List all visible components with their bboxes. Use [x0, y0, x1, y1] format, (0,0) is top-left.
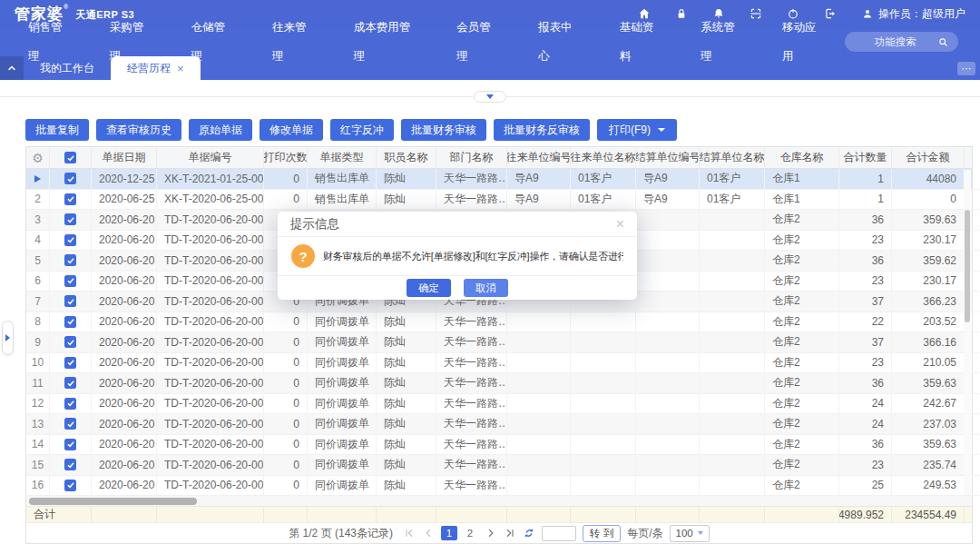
row-checkbox[interactable] — [64, 398, 76, 410]
nav-item-4[interactable]: 往来管理 — [253, 13, 335, 71]
toolbar-button-3[interactable]: 原始单据 — [189, 119, 252, 141]
row-checkbox[interactable] — [64, 254, 76, 266]
cell-settle_code: 导A9 — [636, 169, 700, 190]
vertical-scrollbar[interactable] — [964, 170, 971, 495]
cell-partner_name: 01客户 — [571, 190, 636, 211]
table-row[interactable]: 132020-06-20TD-T-2020-06-20-00080同价调拨单陈灿… — [26, 414, 972, 435]
tab-2[interactable]: 经营历程× — [111, 56, 201, 80]
refresh-icon[interactable] — [523, 527, 535, 539]
nav-item-10[interactable]: 移动应用 — [763, 13, 845, 71]
cell-type: 销售出库单 — [308, 190, 377, 211]
table-row[interactable]: 92020-06-20TD-T-2020-06-20-00120同价调拨单陈灿天… — [26, 332, 972, 353]
operator-menu[interactable]: 操作员：超级用户 — [859, 6, 965, 22]
toolbar-button-6[interactable]: 批量财务审核 — [401, 119, 486, 141]
confirm-button[interactable]: 确定 — [407, 279, 451, 297]
cancel-button[interactable]: 取消 — [464, 279, 508, 297]
goto-page-input[interactable] — [542, 526, 576, 541]
cell-partner_code — [507, 312, 571, 333]
print-button[interactable]: 打印(F9) — [597, 119, 677, 141]
table-row[interactable]: 162020-06-20TD-T-2020-06-20-00020同价调拨单陈灿… — [26, 476, 972, 497]
row-checkbox[interactable] — [64, 213, 76, 225]
cell-num: 13 — [26, 414, 50, 435]
page-button-2[interactable]: 2 — [462, 526, 478, 540]
cell-settle_code — [636, 435, 700, 456]
column-header-partner_name: 往来单位名称 — [571, 147, 636, 168]
row-checkbox[interactable] — [64, 357, 76, 369]
registered-mark: ® — [64, 4, 69, 10]
table-row[interactable]: 82020-06-20TD-T-2020-06-20-00130同价调拨单陈灿天… — [26, 312, 972, 333]
cell-settle_name — [700, 353, 765, 374]
select-all-checkbox[interactable] — [64, 152, 76, 163]
tab-overflow-button[interactable]: ⋯ — [957, 62, 975, 75]
side-flyout-handle[interactable] — [2, 321, 14, 355]
vertical-scrollbar-thumb[interactable] — [965, 210, 970, 322]
total-settle_code — [636, 507, 700, 522]
cell-num: 7 — [26, 292, 50, 312]
row-checkbox[interactable] — [64, 234, 76, 246]
table-row[interactable]: 2020-12-25XK-T-2021-01-25-00010销售出库单陈灿天华… — [26, 169, 972, 190]
function-search[interactable] — [845, 32, 958, 52]
collapse-tabs-button[interactable] — [0, 56, 24, 80]
goto-page-button[interactable]: 转 到 — [583, 525, 621, 542]
tab-close-icon[interactable]: × — [177, 63, 184, 74]
cell-settle_name — [700, 272, 765, 292]
nav-item-5[interactable]: 成本费用管理 — [335, 13, 438, 71]
table-row[interactable]: 142020-06-20TD-T-2020-06-20-00070同价调拨单陈灿… — [26, 435, 972, 456]
row-checkbox[interactable] — [64, 480, 76, 491]
first-page-icon[interactable] — [403, 527, 416, 539]
last-page-icon[interactable] — [504, 527, 516, 539]
cell-num: 12 — [26, 394, 50, 415]
cell-num: 10 — [26, 353, 50, 374]
row-checkbox[interactable] — [64, 275, 76, 287]
row-checkbox[interactable] — [64, 459, 76, 470]
search-icon[interactable] — [937, 36, 949, 48]
row-checkbox[interactable] — [64, 173, 76, 184]
prev-page-icon[interactable] — [422, 527, 435, 539]
dialog-footer: 确定 取消 — [278, 275, 637, 300]
cell-date: 2020-06-20 — [92, 231, 157, 252]
cell-type: 同价调拨单 — [308, 435, 377, 456]
horizontal-scrollbar-thumb[interactable] — [29, 498, 197, 505]
next-page-icon[interactable] — [485, 527, 497, 539]
cell-code: TD-T-2020-06-20-0011 — [157, 353, 264, 374]
collapse-panel-button[interactable] — [474, 91, 506, 103]
gear-icon[interactable]: ⚙ — [32, 151, 44, 165]
cell-settle_name: 01客户 — [700, 169, 765, 190]
row-checkbox[interactable] — [64, 418, 76, 430]
cell-date: 2020-06-20 — [92, 373, 157, 394]
row-checkbox[interactable] — [64, 439, 76, 450]
nav-item-7[interactable]: 报表中心 — [519, 13, 601, 71]
toolbar-button-7[interactable]: 批量财务反审核 — [494, 119, 590, 141]
table-row[interactable]: 122020-06-20TD-T-2020-06-20-00090同价调拨单陈灿… — [26, 394, 972, 415]
cell-date: 2020-06-20 — [92, 353, 157, 374]
page-button-1[interactable]: 1 — [441, 526, 457, 540]
row-checkbox[interactable] — [64, 336, 76, 348]
row-checkbox[interactable] — [64, 295, 76, 307]
nav-item-6[interactable]: 会员管理 — [437, 13, 519, 71]
cell-partner_name — [571, 435, 636, 456]
nav-item-8[interactable]: 基础资料 — [601, 13, 682, 71]
cell-num: 16 — [26, 476, 50, 497]
dialog-close-icon[interactable]: × — [616, 217, 624, 232]
totals-row: 合计4989.952234554.49 — [26, 507, 972, 523]
cell-prints: 0 — [264, 169, 308, 190]
toolbar-button-2[interactable]: 查看审核历史 — [96, 119, 181, 141]
toolbar-button-1[interactable]: 批量复制 — [25, 119, 89, 141]
per-page-select[interactable]: 100 — [670, 525, 710, 542]
search-input[interactable] — [854, 36, 937, 47]
table-row[interactable]: 22020-06-25XK-T-2020-06-25-00010销售出库单陈灿天… — [26, 190, 972, 211]
table-row[interactable]: 112020-06-20TD-T-2020-06-20-00100同价调拨单陈灿… — [26, 373, 972, 394]
column-header-staff: 职员名称 — [377, 147, 436, 168]
row-checkbox[interactable] — [64, 316, 76, 328]
row-checkbox[interactable] — [64, 377, 76, 389]
horizontal-scrollbar[interactable] — [26, 496, 972, 507]
row-checkbox[interactable] — [64, 193, 76, 205]
toolbar-button-5[interactable]: 红字反冲 — [330, 119, 394, 141]
toolbar-button-4[interactable]: 修改单据 — [260, 119, 323, 141]
table-row[interactable]: 152020-06-20TD-T-2020-06-20-00040同价调拨单陈灿… — [26, 455, 972, 476]
table-row[interactable]: 102020-06-20TD-T-2020-06-20-00110同价调拨单陈灿… — [26, 353, 972, 374]
tab-1[interactable]: 我的工作台 — [24, 56, 111, 80]
cell-warehouse: 仓库2 — [765, 292, 839, 312]
nav-item-9[interactable]: 系统管理 — [681, 13, 763, 71]
cell-amount: 359.63 — [892, 210, 965, 231]
